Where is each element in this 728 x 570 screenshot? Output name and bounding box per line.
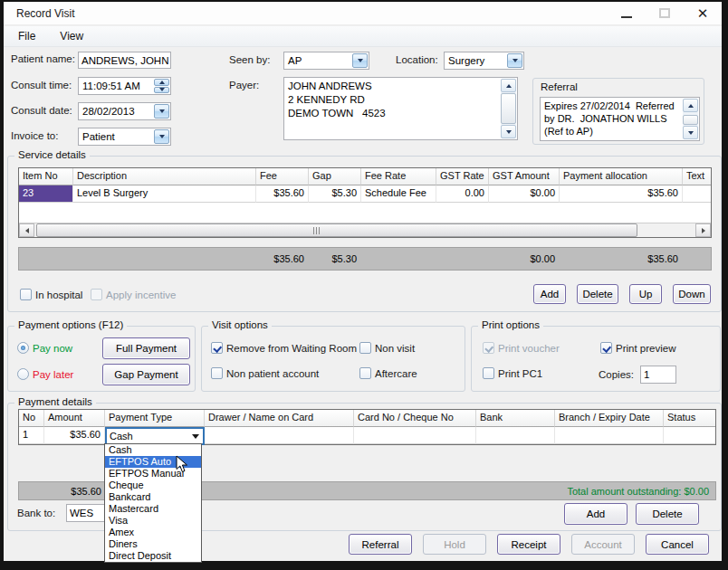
payer-scrollbar[interactable] xyxy=(501,79,516,138)
payment-type-combo[interactable]: Cash xyxy=(105,427,205,445)
scrollbar-thumb[interactable] xyxy=(683,115,698,125)
outstanding-text: Total amount outstanding: $0.00 xyxy=(567,486,715,497)
referral-text: Expires 27/02/2014 Referred by DR. JONAT… xyxy=(541,98,699,139)
receipt-button[interactable]: Receipt xyxy=(497,534,560,555)
dropdown-option[interactable]: Diners xyxy=(105,538,201,550)
delete-service-button[interactable]: Delete xyxy=(577,284,618,304)
consult-date-select[interactable]: 28/02/2013 xyxy=(78,102,171,120)
consult-date-dropdown-button[interactable] xyxy=(154,104,169,119)
dropdown-option[interactable]: Visa xyxy=(105,515,201,527)
location-dropdown-button[interactable] xyxy=(507,53,522,68)
chevron-down-icon xyxy=(512,59,518,62)
seen-by-label: Seen by: xyxy=(229,54,270,65)
column-header: Bank xyxy=(476,410,555,427)
patient-name-label: Patient name: xyxy=(11,53,75,64)
spinner-down-button[interactable] xyxy=(154,87,169,94)
add-payment-button[interactable]: Add xyxy=(564,503,627,525)
aftercare-checkbox[interactable] xyxy=(359,367,371,379)
scrollbar-thumb[interactable] xyxy=(36,223,637,237)
column-header: Amount xyxy=(44,410,105,427)
scroll-up-button[interactable] xyxy=(683,99,698,112)
fee-rate-cell: Schedule Fee xyxy=(361,185,436,203)
menu-item-file[interactable]: File xyxy=(8,26,45,46)
dropdown-option[interactable]: Direct Deposit xyxy=(105,550,201,562)
seen-by-select[interactable]: AP xyxy=(283,52,369,70)
delete-payment-button[interactable]: Delete xyxy=(636,503,699,525)
mouse-cursor-icon xyxy=(176,455,188,473)
pay-now-radio[interactable] xyxy=(17,342,29,354)
remove-waiting-room-checkbox[interactable] xyxy=(211,342,223,354)
location-label: Location: xyxy=(396,54,438,65)
dropdown-option[interactable]: Bankcard xyxy=(105,491,201,503)
in-hospital-label: In hospital xyxy=(35,290,82,300)
referral-scrollbar[interactable] xyxy=(683,99,698,139)
consult-time-label: Consult time: xyxy=(11,80,72,90)
dropdown-option[interactable]: Mastercard xyxy=(105,503,201,515)
apply-incentive-checkbox xyxy=(91,289,102,300)
print-options-group: Print options Print voucher Print previe… xyxy=(471,326,721,392)
dropdown-option[interactable]: Amex xyxy=(105,527,201,538)
pay-later-radio[interactable] xyxy=(17,368,29,380)
print-preview-checkbox[interactable] xyxy=(600,342,612,354)
payment-total-amount: $35.60 xyxy=(19,486,106,497)
copies-input[interactable] xyxy=(640,366,676,384)
service-table-row[interactable]: 23 Level B Surgery $35.60 $5.30 Schedule… xyxy=(19,185,711,203)
grip-icon xyxy=(313,227,320,234)
scroll-right-button[interactable] xyxy=(695,223,711,237)
column-header: Card No / Cheque No xyxy=(354,410,476,427)
column-header: Status xyxy=(664,410,715,427)
payment-details-title: Payment details xyxy=(14,396,96,407)
print-voucher-checkbox xyxy=(483,342,494,354)
service-details-group: Service details Item No Description Fee … xyxy=(7,156,722,312)
horizontal-scrollbar[interactable] xyxy=(19,223,711,237)
non-visit-checkbox[interactable] xyxy=(359,342,371,354)
column-header: Fee xyxy=(256,168,309,185)
in-hospital-checkbox[interactable] xyxy=(20,289,32,300)
text-cell xyxy=(683,185,711,203)
gap-payment-button[interactable]: Gap Payment xyxy=(102,364,190,385)
window-title: Record Visit xyxy=(4,7,74,20)
service-details-title: Service details xyxy=(14,149,90,160)
gst-rate-cell: 0.00 xyxy=(436,185,489,203)
column-header: Item No xyxy=(19,168,73,185)
print-pc1-checkbox[interactable] xyxy=(483,367,494,379)
consult-date-label: Consult date: xyxy=(11,105,72,116)
add-service-button[interactable]: Add xyxy=(533,284,566,304)
cancel-button[interactable]: Cancel xyxy=(646,534,709,555)
location-select[interactable]: Surgery xyxy=(444,52,524,70)
print-options-title: Print options xyxy=(478,319,543,330)
dropdown-option[interactable]: Cheque xyxy=(105,480,201,491)
scroll-left-button[interactable] xyxy=(19,223,34,237)
item-no-cell[interactable]: 23 xyxy=(19,185,73,203)
payer-textarea[interactable]: JOHN ANDREWS 2 KENNEDY RD DEMO TOWN 4523 xyxy=(283,77,518,140)
referral-button[interactable]: Referral xyxy=(349,534,412,555)
chevron-up-icon xyxy=(688,104,694,108)
minimize-button[interactable] xyxy=(608,2,646,24)
scroll-up-button[interactable] xyxy=(501,79,516,92)
payment-options-title: Payment options (F12) xyxy=(14,319,127,330)
menu-item-view[interactable]: View xyxy=(50,26,93,46)
close-button[interactable]: ✕ xyxy=(684,2,722,24)
payment-amount-cell[interactable]: $35.60 xyxy=(44,427,105,444)
patient-name-field[interactable] xyxy=(78,52,171,69)
scroll-down-button[interactable] xyxy=(501,125,516,138)
chevron-down-icon xyxy=(159,109,165,113)
up-button[interactable]: Up xyxy=(629,284,662,304)
chevron-down-icon xyxy=(506,130,512,134)
totals-payment-allocation: $35.60 xyxy=(560,253,683,264)
print-voucher-label: Print voucher xyxy=(498,343,560,354)
non-patient-account-label: Non patient account xyxy=(226,368,319,379)
down-button[interactable]: Down xyxy=(673,284,711,304)
invoice-to-dropdown-button[interactable] xyxy=(154,129,169,144)
seen-by-dropdown-button[interactable] xyxy=(352,53,368,68)
service-table-header: Item No Description Fee Gap Fee Rate GST… xyxy=(19,168,711,185)
invoice-to-select[interactable]: Patient xyxy=(78,128,171,146)
scrollbar-thumb[interactable] xyxy=(501,93,516,124)
full-payment-button[interactable]: Full Payment xyxy=(102,337,190,359)
scroll-down-button[interactable] xyxy=(683,126,698,139)
non-patient-account-checkbox[interactable] xyxy=(211,367,223,379)
consult-time-field[interactable]: 11:09:51 AM xyxy=(78,77,171,95)
spinner-up-button[interactable] xyxy=(154,79,169,86)
column-header: Drawer / Name on Card xyxy=(205,410,354,427)
service-totals-bar: $35.60 $5.30 $0.00 $35.60 xyxy=(18,247,712,271)
